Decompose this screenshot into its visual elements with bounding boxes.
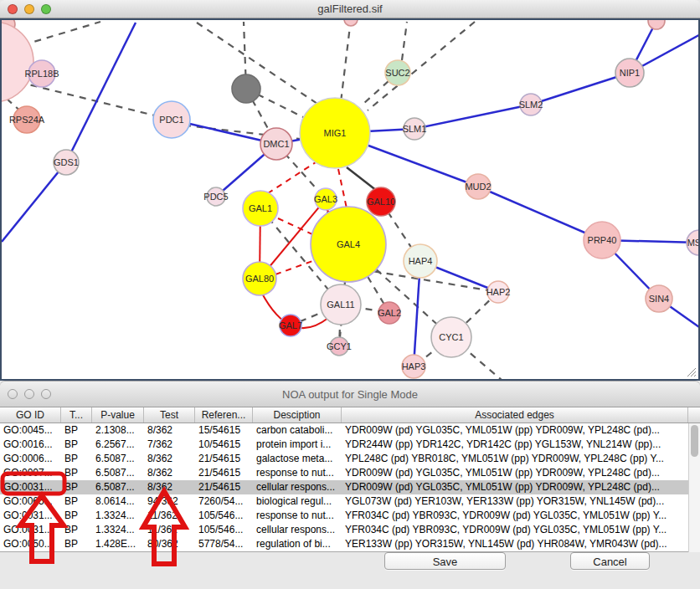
network-node-label-PRP40: PRP40 xyxy=(588,235,617,245)
close-button[interactable] xyxy=(8,389,18,399)
network-node-label-GAL4: GAL4 xyxy=(337,239,360,249)
column-header-p-value[interactable]: P-value xyxy=(92,407,144,423)
table-cell: GO:0031... xyxy=(0,480,61,494)
table-cell: 94/362 xyxy=(144,494,195,509)
table-cell: 6.5087... xyxy=(92,466,144,480)
zoom-button[interactable] xyxy=(41,389,51,399)
table-row[interactable]: GO:0006...BP6.5087...8/36221/54615galact… xyxy=(0,452,688,466)
table-cell: 105/546... xyxy=(195,509,253,523)
table-cell: 7/362 xyxy=(144,438,195,452)
network-edge-reddash[interactable] xyxy=(338,169,347,208)
traffic-lights-inactive xyxy=(8,389,51,399)
table-cell: YGL073W (pd) YER103W, YER133W (pp) YOR31… xyxy=(342,494,688,509)
resize-grip-icon[interactable] xyxy=(687,367,697,377)
table-row[interactable]: GO:0031...BP1.3324...11/362105/546...cel… xyxy=(0,523,688,537)
network-node-label-GAL11: GAL11 xyxy=(327,300,354,310)
table-cell: BP xyxy=(61,438,92,452)
table-cell: YDR009W (pd) YGL035C, YML051W (pp) YDR00… xyxy=(342,480,688,494)
table-cell: BP xyxy=(61,480,92,494)
network-canvas[interactable]: RPL18BRPS24AGDS1PDC1DMC1MIG1PDC5GAL1GAL3… xyxy=(0,18,700,381)
table-row[interactable]: GO:0007...BP6.5087...8/36221/54615respon… xyxy=(0,466,688,480)
table-cell: BP xyxy=(61,423,92,438)
network-node-label-SUC2: SUC2 xyxy=(385,68,409,78)
scrollbar-thumb[interactable] xyxy=(691,425,698,457)
table-row[interactable]: GO:0045...BP2.1308...8/36215/54615carbon… xyxy=(0,423,688,438)
network-window-titlebar[interactable]: galFiltered.sif xyxy=(0,0,700,18)
network-node-label-HAP2: HAP2 xyxy=(486,287,511,297)
table-cell: response to nut... xyxy=(253,509,342,523)
network-edge-reddash[interactable] xyxy=(265,161,318,195)
column-header-go-id[interactable]: GO ID xyxy=(0,407,61,423)
table-cell: GO:0031... xyxy=(0,509,61,523)
column-header-t---[interactable]: T... xyxy=(61,407,92,423)
table-cell: 11/362 xyxy=(144,523,195,537)
traffic-lights xyxy=(8,4,51,14)
table-row[interactable]: GO:0031...BP6.5087...8/36221/54615cellul… xyxy=(0,480,688,494)
table-row[interactable]: GO:0065...BP8.0614...94/3627260/54...bio… xyxy=(0,494,688,509)
table-cell: BP xyxy=(61,523,92,537)
table-cell: 21/54615 xyxy=(195,480,253,494)
column-header-associated-edges[interactable]: Associated edges xyxy=(342,407,688,423)
network-node-gray-node[interactable] xyxy=(232,74,260,103)
network-node-label-RPS24A: RPS24A xyxy=(9,115,45,125)
table-cell: 5778/54... xyxy=(195,537,253,551)
table-cell: 11/362 xyxy=(144,509,195,523)
table-cell: carbon cataboli... xyxy=(253,423,342,438)
network-node-label-GCY1: GCY1 xyxy=(327,341,352,351)
network-edge-blue[interactable] xyxy=(478,187,602,240)
column-header-spacer xyxy=(688,407,700,423)
network-node-label-CYC1: CYC1 xyxy=(439,332,463,342)
network-edge-dash[interactable] xyxy=(341,20,351,102)
column-header-test[interactable]: Test xyxy=(144,407,195,423)
table-cell: BP xyxy=(61,537,92,551)
vertical-scrollbar[interactable] xyxy=(688,423,700,552)
minimize-button[interactable] xyxy=(24,4,34,14)
table-row[interactable]: GO:0050...BP1.428E...80/3625778/54...reg… xyxy=(0,537,688,551)
network-edge-blue[interactable] xyxy=(414,105,531,129)
table-cell: cellular respons... xyxy=(253,480,342,494)
table-cell: 6.5087... xyxy=(92,480,144,494)
cancel-button[interactable]: Cancel xyxy=(570,552,650,570)
save-button[interactable]: Save xyxy=(384,552,506,570)
zoom-button[interactable] xyxy=(41,4,51,14)
noa-window-titlebar[interactable]: NOA output for Single Mode xyxy=(0,381,700,407)
network-edge-dash[interactable] xyxy=(23,22,100,45)
network-node-label-SLM2: SLM2 xyxy=(519,100,543,110)
table-cell: cellular respons... xyxy=(253,523,342,537)
table-cell: 1.428E... xyxy=(92,537,144,551)
table-cell: biological regul... xyxy=(253,494,342,509)
network-edge-dash[interactable] xyxy=(402,22,407,60)
column-header-desciption[interactable]: Desciption xyxy=(253,407,342,423)
table-cell: 6.2567... xyxy=(92,438,144,452)
column-header-referen---[interactable]: Referen... xyxy=(195,407,253,423)
network-node-label-MSL1: MSL1 xyxy=(687,238,698,248)
network-edge-dash[interactable] xyxy=(368,22,475,110)
table-cell: 10/54615 xyxy=(195,438,253,452)
network-node-label-MIG1: MIG1 xyxy=(324,128,347,138)
network-node-label-GDS1: GDS1 xyxy=(54,157,79,167)
table-cell: GO:0007... xyxy=(0,466,61,480)
network-node-cut-c[interactable] xyxy=(344,20,358,26)
table-cell: GO:0006... xyxy=(0,452,61,466)
network-node-label-MUD2: MUD2 xyxy=(465,182,491,192)
close-button[interactable] xyxy=(8,4,18,14)
table-cell: 7260/54... xyxy=(195,494,253,509)
network-node-label-RPL18B: RPL18B xyxy=(25,69,59,79)
table-row[interactable]: GO:0031...BP1.3324...11/362105/546...res… xyxy=(0,509,688,523)
table-cell: 8.0614... xyxy=(92,494,144,509)
network-graph: RPL18BRPS24AGDS1PDC1DMC1MIG1PDC5GAL1GAL3… xyxy=(2,20,698,379)
network-edge-blue[interactable] xyxy=(2,162,66,242)
table-cell: response to nut... xyxy=(253,466,342,480)
table-cell: YDR244W (pp) YDR142C, YDR142C (pp) YGL15… xyxy=(342,438,688,452)
minimize-button[interactable] xyxy=(24,389,34,399)
network-edge-black[interactable] xyxy=(347,167,377,191)
network-node-cut-b[interactable] xyxy=(648,20,665,29)
network-node-label-SLM1: SLM1 xyxy=(403,124,427,134)
table-header: GO IDT...P-valueTestReferen...Desciption… xyxy=(0,407,700,423)
network-edge-blue[interactable] xyxy=(531,73,630,105)
table-cell: GO:0065... xyxy=(0,494,61,509)
network-edge-blue[interactable] xyxy=(66,23,136,162)
network-node-big-left[interactable] xyxy=(2,22,33,102)
table-row[interactable]: GO:0016...BP6.2567...7/36210/54615protei… xyxy=(0,438,688,452)
table-cell: 2.1308... xyxy=(92,423,144,438)
